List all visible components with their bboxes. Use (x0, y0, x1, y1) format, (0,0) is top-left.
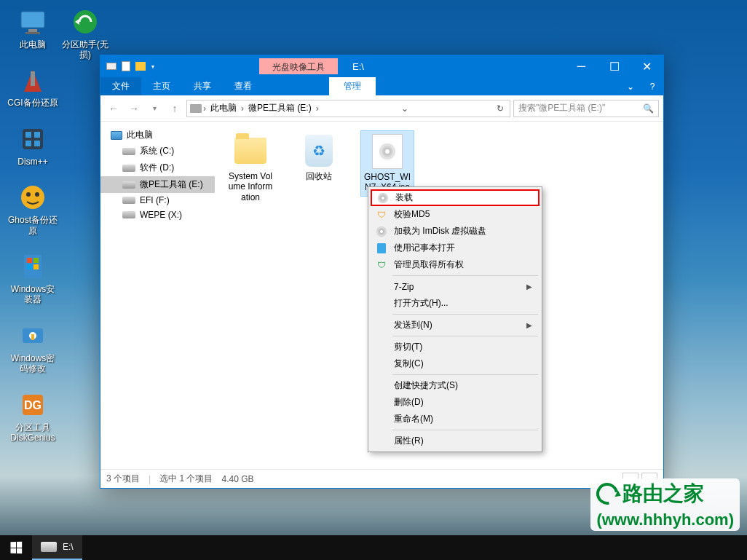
app-icon (18, 252, 47, 281)
ribbon-home[interactable]: 主页 (141, 77, 182, 95)
context-menu-item[interactable]: 删除(D) (371, 394, 540, 411)
start-button[interactable] (0, 535, 32, 560)
status-bar: 3 个项目 | 选中 1 个项目 4.40 GB (100, 469, 663, 488)
context-menu-item[interactable]: 复制(C) (371, 355, 540, 372)
drive-icon (122, 148, 135, 155)
ribbon-tabs: 文件 主页 共享 查看 管理 ⌄ ? (100, 77, 663, 95)
taskbar-item-explorer[interactable]: E:\ (32, 535, 82, 560)
desktop-icon[interactable]: 此电脑 (7, 7, 58, 50)
context-menu-item[interactable]: 使用记事本打开 (371, 240, 540, 256)
disc-icon (376, 192, 390, 205)
context-menu-item[interactable]: 属性(R) (371, 433, 540, 449)
app-icon (71, 7, 100, 36)
disc-icon (375, 225, 388, 238)
system-menu-icon[interactable] (105, 60, 118, 73)
svg-rect-17 (33, 264, 39, 269)
breadcrumb-root[interactable]: 此电脑 (208, 102, 240, 114)
qat-properties-icon[interactable] (119, 60, 133, 73)
ribbon-view[interactable]: 查看 (223, 77, 264, 95)
maximize-button[interactable]: ☐ (598, 55, 631, 77)
up-button[interactable]: ↑ (166, 100, 183, 117)
folder-icon (234, 138, 266, 164)
desktop-icon[interactable]: Dism++ (7, 125, 58, 167)
address-dropdown-icon[interactable]: ⌄ (395, 103, 414, 114)
windows-logo-icon (10, 542, 22, 554)
recent-dropdown[interactable]: ▾ (146, 100, 163, 117)
shield-icon: 🛡 (375, 259, 388, 272)
desktop-icon[interactable]: DG分区工具DiskGenius (7, 390, 58, 443)
context-menu-item[interactable]: 剪切(T) (371, 339, 540, 355)
desktop-icon[interactable]: 分区助手(无损) (60, 7, 111, 60)
menu-separator (392, 336, 538, 336)
svg-rect-9 (34, 141, 40, 146)
ribbon-collapse-icon[interactable]: ⌄ (620, 77, 641, 95)
desktop-icon[interactable]: Windows安装器 (7, 252, 58, 305)
status-size: 4.40 GB (221, 474, 253, 484)
file-item[interactable]: System Volume Information (224, 130, 277, 205)
context-menu-item[interactable]: 发送到(N)▶ (371, 317, 540, 334)
search-input[interactable]: 搜索"微PE工具箱 (E:)" 🔍 (513, 100, 659, 117)
desktop-icon[interactable]: Ghost备份还原 (7, 183, 58, 236)
tree-drive-item[interactable]: 微PE工具箱 (E:) (100, 176, 215, 193)
submenu-arrow-icon: ▶ (526, 283, 532, 291)
app-icon (18, 66, 47, 95)
close-button[interactable]: ✕ (631, 55, 663, 77)
watermark-logo-icon (592, 478, 622, 509)
submenu-arrow-icon: ▶ (526, 321, 532, 329)
address-bar[interactable]: › 此电脑 › 微PE工具箱 (E:) › ⌄ ↻ (186, 100, 510, 117)
refresh-button[interactable]: ↻ (491, 103, 510, 114)
help-icon[interactable]: ? (641, 77, 663, 95)
menu-separator (392, 374, 538, 375)
back-button[interactable]: ← (105, 100, 122, 117)
ribbon-file[interactable]: 文件 (100, 77, 141, 95)
drive-icon (190, 104, 202, 113)
svg-rect-1 (28, 29, 37, 32)
context-menu-item[interactable]: 打开方式(H)... (371, 295, 540, 312)
ribbon-share[interactable]: 共享 (182, 77, 223, 95)
minimize-button[interactable]: ─ (565, 55, 598, 77)
tree-drive-item[interactable]: 软件 (D:) (100, 159, 215, 176)
file-item[interactable]: ♻回收站 (292, 130, 346, 184)
pc-icon (111, 131, 122, 140)
svg-rect-16 (27, 264, 32, 269)
drive-icon (122, 197, 135, 204)
status-count: 3 个项目 (106, 473, 140, 485)
window-title: E:\ (352, 61, 565, 72)
forward-button[interactable]: → (125, 100, 143, 117)
context-menu-item[interactable]: 7-Zip▶ (371, 278, 540, 295)
tree-this-pc[interactable]: 此电脑 (100, 127, 215, 143)
watermark: 路由之家 (www.hhhyh.com) (590, 478, 740, 531)
app-icon (18, 183, 47, 212)
shield-icon: 🛡 (375, 208, 388, 221)
breadcrumb-drive[interactable]: 微PE工具箱 (E:) (245, 102, 315, 114)
tree-drive-item[interactable]: WEPE (X:) (100, 208, 215, 222)
context-menu: 装载🛡校验MD5加载为 ImDisk 虚拟磁盘使用记事本打开🛡管理员取得所有权7… (368, 186, 542, 452)
desktop-icon[interactable]: CGI备份还原 (7, 66, 58, 108)
tree-drive-item[interactable]: EFI (F:) (100, 193, 215, 208)
qat-dropdown-icon[interactable]: ▾ (149, 63, 157, 70)
context-menu-item[interactable]: 重命名(M) (371, 411, 540, 427)
app-icon (18, 321, 47, 350)
desktop-icon[interactable]: Windows密码修改 (7, 321, 58, 374)
search-icon[interactable]: 🔍 (643, 103, 654, 114)
qat-newfolder-icon[interactable] (134, 60, 147, 73)
recycle-bin-icon: ♻ (305, 135, 333, 167)
context-menu-item[interactable]: 创建快捷方式(S) (371, 377, 540, 394)
app-icon (18, 7, 47, 36)
notepad-icon (375, 242, 388, 255)
svg-rect-8 (25, 141, 31, 146)
svg-rect-0 (21, 12, 44, 28)
context-menu-item[interactable]: 加载为 ImDisk 虚拟磁盘 (371, 223, 540, 240)
tree-drive-item[interactable]: 系统 (C:) (100, 143, 215, 159)
context-menu-item[interactable]: 装载 (371, 189, 540, 206)
svg-rect-15 (33, 258, 39, 263)
titlebar[interactable]: ▾ 光盘映像工具 E:\ ─ ☐ ✕ (100, 55, 663, 77)
svg-rect-6 (25, 132, 31, 138)
search-placeholder: 搜索"微PE工具箱 (E:)" (518, 102, 605, 114)
context-menu-item[interactable]: 🛡管理员取得所有权 (371, 256, 540, 273)
ribbon-manage[interactable]: 管理 (329, 77, 376, 95)
context-menu-item[interactable]: 🛡校验MD5 (371, 206, 540, 223)
svg-point-11 (26, 192, 31, 197)
menu-separator (392, 314, 538, 315)
svg-point-12 (35, 192, 39, 197)
